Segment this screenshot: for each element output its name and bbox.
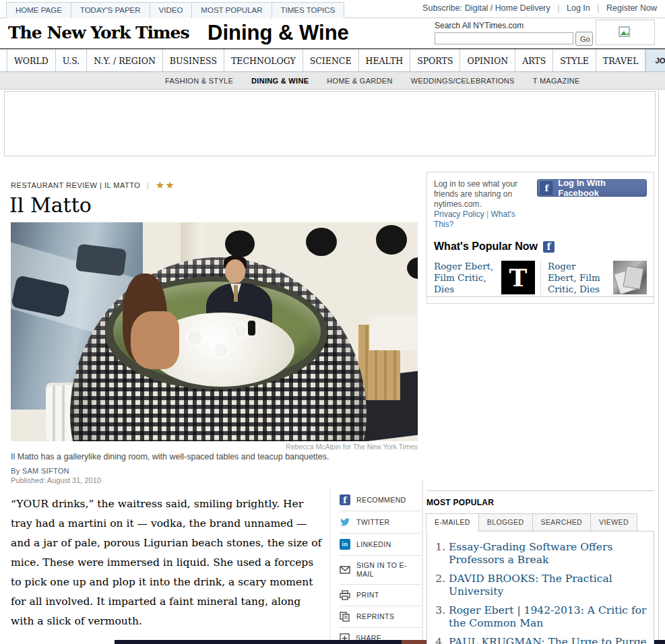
- kicker-text: RESTAURANT REVIEW | IL MATTO: [11, 181, 140, 189]
- broken-image-icon: [619, 26, 632, 38]
- nav-health[interactable]: HEALTH: [358, 49, 410, 71]
- tab-searched[interactable]: SEARCHED: [532, 513, 592, 532]
- list-item: Roger Ebert | 1942-2013: A Critic for th…: [449, 604, 648, 630]
- most-popular-link-1[interactable]: Essay-Grading Software Offers Professors…: [449, 541, 612, 566]
- subscribe-link[interactable]: Digital / Home Delivery: [465, 3, 550, 13]
- subnav-home-garden[interactable]: HOME & GARDEN: [327, 77, 392, 85]
- article-kicker: RESTAURANT REVIEW | IL MATTO | ★★: [11, 179, 175, 191]
- email-button[interactable]: SIGN IN TO E-MAIL: [340, 556, 422, 585]
- top-tab-video[interactable]: VIDEO: [150, 2, 193, 19]
- top-tab-todays-paper[interactable]: TODAY'S PAPER: [71, 2, 150, 19]
- most-popular-link-2[interactable]: DAVID BROOKS: The Practical University: [449, 573, 612, 598]
- print-button[interactable]: PRINT: [340, 585, 422, 606]
- linkedin-icon: in: [340, 539, 350, 550]
- column-divider: [422, 481, 423, 644]
- most-popular-heading: MOST POPULAR: [426, 498, 654, 507]
- newspaper-photo-thumbnail[interactable]: [613, 261, 647, 294]
- masthead-ad-slot: [596, 20, 655, 45]
- nav-arts[interactable]: ARTS: [515, 49, 552, 71]
- divider: |: [147, 181, 149, 189]
- nav-us[interactable]: U.S.: [55, 49, 86, 71]
- list-item: PAUL KRUGMAN: The Urge to Purge: [449, 636, 648, 644]
- twitter-button[interactable]: TWITTER: [340, 511, 422, 534]
- photo-car: [75, 244, 127, 276]
- twitter-icon: [340, 517, 350, 527]
- linkedin-button[interactable]: in LINKEDIN: [340, 534, 422, 556]
- facebook-message-text: Log in to see what your friends are shar…: [434, 179, 517, 209]
- most-popular-link-3[interactable]: Roger Ebert | 1942-2013: A Critic for th…: [449, 604, 646, 629]
- nav-technology[interactable]: TECHNOLOGY: [224, 49, 303, 71]
- top-tab-times-topics[interactable]: TIMES TOPICS: [272, 2, 345, 19]
- top-tab-most-popular[interactable]: MOST POPULAR: [191, 2, 272, 19]
- top-tabs: HOME PAGE TODAY'S PAPER VIDEO MOST POPUL…: [7, 2, 344, 19]
- search-input[interactable]: [435, 32, 573, 44]
- facebook-icon: f: [543, 241, 555, 253]
- nav-opinion[interactable]: OPINION: [460, 49, 515, 71]
- nav-ny-region[interactable]: N.Y. / REGION: [86, 49, 162, 71]
- article-body: f RECOMMEND TWITTER in LINKEDIN SIGN IN …: [11, 489, 422, 644]
- photo-glass: [233, 323, 248, 338]
- photo-polka-dot: [376, 225, 407, 255]
- nav-world[interactable]: WORLD: [7, 49, 55, 71]
- facebook-icon: f: [540, 181, 552, 195]
- top-tab-home-page[interactable]: HOME PAGE: [6, 2, 71, 19]
- tab-emailed[interactable]: E-MAILED: [426, 513, 479, 532]
- facebook-message: Log in to see what your friends are shar…: [434, 179, 537, 230]
- login-link[interactable]: Log In: [567, 3, 590, 13]
- nav-jobs[interactable]: JOBS: [645, 49, 665, 71]
- publish-date: Published: August 31, 2010: [11, 476, 101, 484]
- share-label: SIGN IN TO E-MAIL: [356, 561, 422, 579]
- share-label: PRINT: [356, 591, 379, 600]
- nav-style-active[interactable]: STYLE: [552, 49, 596, 71]
- popular-now-link[interactable]: Roger Ebert, Film Critic, Dies: [548, 261, 606, 295]
- nyt-t-logo-thumbnail[interactable]: T: [501, 261, 535, 294]
- photo-pepper-mill: [248, 321, 255, 335]
- facebook-login-button[interactable]: f Log In With Facebook: [537, 179, 647, 197]
- recommend-button[interactable]: f RECOMMEND: [340, 489, 422, 511]
- photo-side-table: [369, 315, 418, 350]
- whats-popular-title: What's Popular Now: [434, 240, 538, 253]
- print-icon: [340, 590, 350, 600]
- nav-science[interactable]: SCIENCE: [303, 49, 358, 71]
- article-photo: [11, 222, 418, 441]
- reprints-button[interactable]: REPRINTS: [340, 606, 422, 628]
- most-popular-link-4[interactable]: PAUL KRUGMAN: The Urge to Purge: [449, 636, 647, 644]
- section-title: Dining & Wine: [208, 21, 349, 45]
- nyt-logo[interactable]: The New York Times: [8, 23, 189, 42]
- rail-divider-rule: [426, 296, 654, 297]
- page-right-border: [658, 90, 659, 644]
- photo-man: [225, 259, 245, 284]
- subnav-weddings[interactable]: WEDDINGS/CELEBRATIONS: [411, 77, 515, 85]
- share-label: REPRINTS: [356, 612, 394, 621]
- tab-blogged[interactable]: BLOGGED: [478, 513, 533, 532]
- privacy-policy-link[interactable]: Privacy Policy: [434, 210, 484, 219]
- top-utility-bar: HOME PAGE TODAY'S PAPER VIDEO MOST POPUL…: [0, 0, 665, 18]
- subscribe-label: Subscribe:: [422, 3, 462, 13]
- subnav-t-magazine[interactable]: T MAGAZINE: [533, 77, 580, 85]
- share-label: TWITTER: [356, 518, 389, 527]
- search-label: Search All NYTimes.com: [435, 21, 524, 30]
- popular-now-item: Roger Ebert, Film Critic, Dies T: [434, 261, 540, 295]
- main-navigation: WORLD U.S. N.Y. / REGION BUSINESS TECHNO…: [0, 49, 665, 72]
- register-link[interactable]: Register Now: [606, 3, 657, 13]
- facebook-connect-box: Log in to see what your friends are shar…: [426, 172, 654, 304]
- tab-viewed[interactable]: VIEWED: [590, 513, 637, 532]
- newspaper-page: [624, 266, 643, 289]
- subnav-fashion-style[interactable]: FASHION & STYLE: [165, 77, 233, 85]
- list-item: Essay-Grading Software Offers Professors…: [449, 541, 648, 567]
- nav-business[interactable]: BUSINESS: [162, 49, 224, 71]
- style-sub-navigation: FASHION & STYLE DINING & WINE HOME & GAR…: [0, 72, 665, 90]
- photo-glass: [186, 329, 203, 346]
- nav-travel[interactable]: TRAVEL: [596, 49, 646, 71]
- photo-caption: Il Matto has a gallerylike dining room, …: [11, 452, 329, 461]
- subnav-dining-wine[interactable]: DINING & WINE: [251, 77, 309, 85]
- search-go-button[interactable]: Go: [575, 32, 593, 46]
- nav-sports[interactable]: SPORTS: [410, 49, 460, 71]
- popular-now-item: Roger Ebert, Film Critic, Dies: [540, 261, 647, 295]
- account-links: Subscribe: Digital / Home Delivery | Log…: [422, 3, 657, 13]
- whats-popular-heading: What's Popular Now f: [434, 240, 647, 253]
- photo-man-tie: [234, 285, 238, 302]
- popular-now-link[interactable]: Roger Ebert, Film Critic, Dies: [434, 261, 495, 295]
- email-icon: [340, 566, 350, 574]
- photo-polka-dot: [225, 230, 255, 257]
